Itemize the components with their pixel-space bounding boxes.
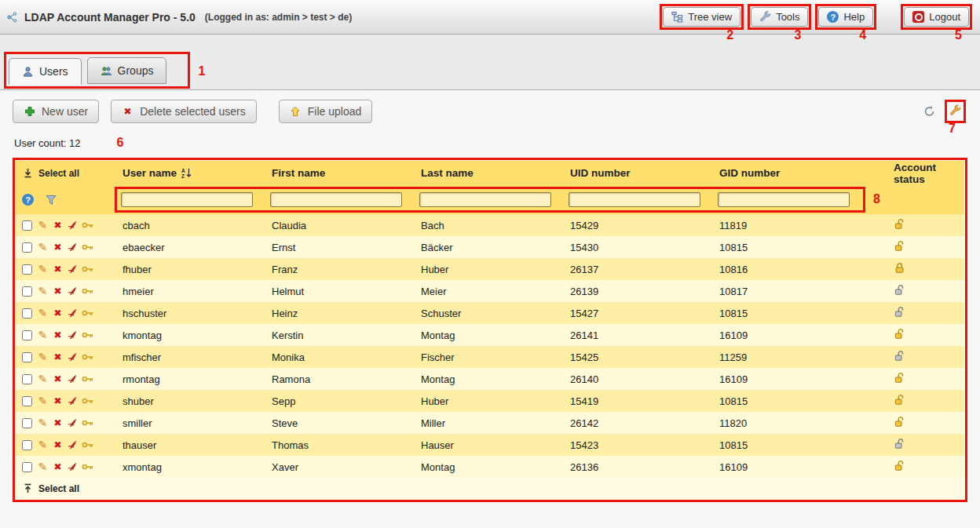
lastname-cell: Montag	[415, 330, 564, 341]
row-checkbox[interactable]	[22, 242, 32, 253]
col-header-username[interactable]: User name A Z	[116, 167, 265, 179]
change-password-key-icon[interactable]	[82, 353, 93, 361]
change-password-key-icon[interactable]	[82, 419, 93, 427]
change-password-key-icon[interactable]	[82, 265, 93, 273]
delete-icon[interactable]: ✖	[52, 220, 64, 231]
username-cell[interactable]: ebaecker	[116, 242, 265, 253]
username-cell[interactable]: kmontag	[116, 330, 265, 341]
pdf-export-icon[interactable]	[67, 220, 79, 231]
sort-az-icon[interactable]: A Z	[181, 167, 192, 179]
edit-icon[interactable]: ✎	[37, 395, 49, 407]
pdf-export-icon[interactable]	[67, 264, 79, 275]
filter-firstname-input[interactable]	[270, 192, 402, 207]
new-user-button[interactable]: New user	[13, 100, 99, 123]
edit-icon[interactable]: ✎	[37, 351, 49, 363]
change-password-key-icon[interactable]	[82, 243, 93, 251]
row-checkbox[interactable]	[22, 374, 32, 384]
filter-uid-input[interactable]	[569, 192, 700, 207]
row-checkbox[interactable]	[22, 220, 32, 231]
pdf-export-icon[interactable]	[67, 417, 79, 428]
delete-icon[interactable]: ✖	[52, 286, 64, 297]
edit-icon[interactable]: ✎	[37, 329, 49, 341]
delete-users-button[interactable]: ✖ Delete selected users	[111, 100, 257, 123]
change-password-key-icon[interactable]	[82, 331, 93, 339]
col-header-gid[interactable]: GID number	[713, 167, 879, 179]
row-checkbox[interactable]	[22, 462, 32, 472]
filter-lastname-input[interactable]	[419, 192, 551, 207]
change-password-key-icon[interactable]	[82, 397, 93, 405]
col-header-firstname[interactable]: First name	[265, 167, 415, 179]
change-password-key-icon[interactable]	[82, 221, 93, 229]
row-checkbox[interactable]	[22, 264, 32, 275]
username-cell[interactable]: hmeier	[116, 286, 265, 297]
tools-button[interactable]: Tools	[751, 7, 808, 27]
row-checkbox[interactable]	[22, 352, 32, 362]
filter-help-icon[interactable]: ?	[22, 194, 34, 206]
pdf-export-icon[interactable]	[67, 330, 79, 340]
change-password-key-icon[interactable]	[82, 375, 93, 383]
delete-icon[interactable]: ✖	[52, 242, 64, 253]
pdf-export-icon[interactable]	[67, 373, 79, 384]
logout-button[interactable]: Logout	[904, 7, 969, 27]
select-all-bottom[interactable]: Select all	[22, 483, 79, 494]
row-checkbox[interactable]	[22, 286, 32, 297]
tab-users[interactable]: Users	[9, 58, 82, 85]
delete-icon[interactable]: ✖	[52, 351, 64, 362]
edit-icon[interactable]: ✎	[37, 241, 49, 253]
tree-view-button[interactable]: Tree view	[663, 7, 740, 27]
username-cell[interactable]: xmontag	[116, 461, 265, 473]
file-upload-button[interactable]: File upload	[279, 100, 373, 123]
edit-icon[interactable]: ✎	[37, 373, 49, 385]
username-cell[interactable]: mfischer	[116, 351, 265, 363]
username-cell[interactable]: shuber	[116, 395, 265, 407]
delete-icon[interactable]: ✖	[52, 461, 64, 472]
pdf-export-icon[interactable]	[67, 461, 79, 472]
filter-gid-input[interactable]	[718, 192, 850, 207]
pdf-export-icon[interactable]	[67, 351, 79, 362]
delete-icon[interactable]: ✖	[52, 264, 64, 275]
edit-icon[interactable]: ✎	[37, 263, 49, 275]
pdf-export-icon[interactable]	[67, 286, 79, 297]
username-cell[interactable]: hschuster	[116, 308, 265, 319]
row-checkbox[interactable]	[22, 396, 32, 406]
edit-icon[interactable]: ✎	[37, 461, 49, 473]
pdf-export-icon[interactable]	[67, 308, 79, 319]
username-cell[interactable]: fhuber	[116, 264, 265, 275]
delete-icon[interactable]: ✖	[52, 439, 64, 450]
pdf-export-icon[interactable]	[67, 395, 79, 406]
row-checkbox[interactable]	[22, 440, 32, 450]
delete-icon[interactable]: ✖	[52, 330, 64, 340]
filter-username-input[interactable]	[121, 192, 253, 207]
change-password-key-icon[interactable]	[82, 309, 93, 317]
edit-icon[interactable]: ✎	[37, 285, 49, 297]
username-cell[interactable]: cbach	[116, 220, 265, 231]
settings-button[interactable]	[948, 103, 963, 118]
username-cell[interactable]: rmontag	[116, 373, 265, 385]
pdf-export-icon[interactable]	[67, 439, 79, 450]
filter-funnel-icon[interactable]	[45, 195, 57, 206]
help-button[interactable]: ? Help	[818, 7, 873, 27]
row-checkbox[interactable]	[22, 330, 32, 340]
row-checkbox[interactable]	[22, 418, 32, 428]
change-password-key-icon[interactable]	[82, 441, 93, 449]
col-header-uid[interactable]: UID number	[564, 167, 713, 179]
tab-groups[interactable]: Groups	[87, 57, 167, 84]
edit-icon[interactable]: ✎	[37, 417, 49, 429]
edit-icon[interactable]: ✎	[37, 219, 49, 231]
pdf-export-icon[interactable]	[67, 242, 79, 253]
delete-icon[interactable]: ✖	[52, 417, 64, 428]
change-password-key-icon[interactable]	[82, 463, 93, 471]
refresh-button[interactable]	[922, 104, 937, 119]
username-cell[interactable]: smiller	[116, 417, 265, 429]
delete-icon[interactable]: ✖	[52, 308, 64, 319]
col-header-lastname[interactable]: Last name	[415, 167, 564, 179]
row-checkbox[interactable]	[22, 308, 32, 319]
username-cell[interactable]: thauser	[116, 439, 265, 451]
delete-icon[interactable]: ✖	[52, 373, 64, 384]
delete-icon[interactable]: ✖	[52, 395, 64, 406]
edit-icon[interactable]: ✎	[37, 439, 49, 451]
red-x-icon: ✖	[122, 106, 133, 117]
edit-icon[interactable]: ✎	[37, 307, 49, 319]
change-password-key-icon[interactable]	[82, 287, 93, 295]
select-all-top[interactable]: Select all	[22, 168, 79, 179]
